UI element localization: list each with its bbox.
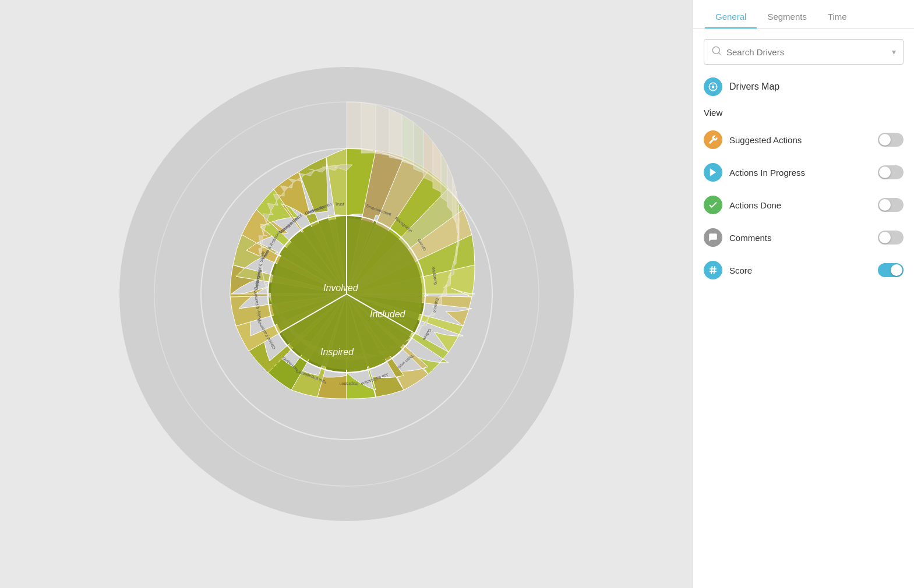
- comments-label: Comments: [729, 233, 878, 243]
- svg-text:Involved: Involved: [323, 283, 359, 293]
- drivers-map-label: Drivers Map: [729, 82, 779, 92]
- view-section: View: [693, 103, 914, 123]
- view-item-done[interactable]: Actions Done: [693, 189, 914, 221]
- view-item-comments[interactable]: Comments: [693, 221, 914, 254]
- actions-in-progress-label: Actions In Progress: [729, 168, 878, 178]
- svg-point-36: [712, 47, 719, 54]
- actions-done-icon: [704, 196, 722, 214]
- tab-time[interactable]: Time: [817, 6, 857, 29]
- view-item-score[interactable]: Score: [693, 254, 914, 286]
- actions-in-progress-toggle[interactable]: [878, 165, 904, 179]
- sunburst-svg[interactable]: Involved Included Inspired: [119, 67, 574, 521]
- score-icon: [704, 261, 722, 279]
- actions-done-toggle[interactable]: [878, 198, 904, 212]
- score-toggle[interactable]: [878, 263, 904, 277]
- suggested-actions-label: Suggested Actions: [729, 135, 878, 145]
- sunburst-chart[interactable]: Involved Included Inspired: [119, 67, 574, 521]
- svg-point-38: [712, 86, 715, 88]
- suggested-actions-toggle[interactable]: [878, 133, 904, 147]
- svg-text:Inspiration: Inspiration: [339, 381, 358, 386]
- tab-segments[interactable]: Segments: [757, 6, 817, 29]
- search-box[interactable]: ▾: [704, 39, 904, 65]
- svg-text:Culture: Culture: [422, 328, 432, 341]
- actions-done-label: Actions Done: [729, 200, 878, 210]
- actions-in-progress-icon: [704, 163, 722, 182]
- right-panel: General Segments Time ▾ Drivers Map View: [693, 0, 914, 588]
- svg-line-42: [711, 266, 712, 274]
- view-item-suggested[interactable]: Suggested Actions: [693, 123, 914, 156]
- svg-text:Inspired: Inspired: [320, 347, 354, 357]
- svg-text:Team work: Team work: [397, 354, 415, 370]
- svg-line-37: [718, 52, 720, 54]
- score-label: Score: [729, 265, 878, 275]
- comments-icon: [704, 228, 722, 247]
- comments-toggle[interactable]: [878, 231, 904, 245]
- svg-marker-39: [710, 168, 717, 176]
- drivers-map-item[interactable]: Drivers Map: [693, 70, 914, 103]
- svg-text:Trust: Trust: [335, 202, 344, 206]
- svg-line-43: [714, 266, 715, 274]
- chart-area: Involved Included Inspired: [0, 0, 693, 588]
- search-icon: [711, 45, 722, 58]
- svg-text:Included: Included: [370, 309, 406, 319]
- tab-general[interactable]: General: [705, 6, 757, 29]
- view-label: View: [704, 108, 904, 118]
- search-dropdown-arrow[interactable]: ▾: [892, 47, 896, 56]
- view-item-in-progress[interactable]: Actions In Progress: [693, 156, 914, 189]
- drivers-map-icon: [704, 77, 722, 96]
- tabs-bar: General Segments Time: [693, 0, 914, 29]
- search-input[interactable]: [726, 47, 892, 57]
- suggested-actions-icon: [704, 130, 722, 149]
